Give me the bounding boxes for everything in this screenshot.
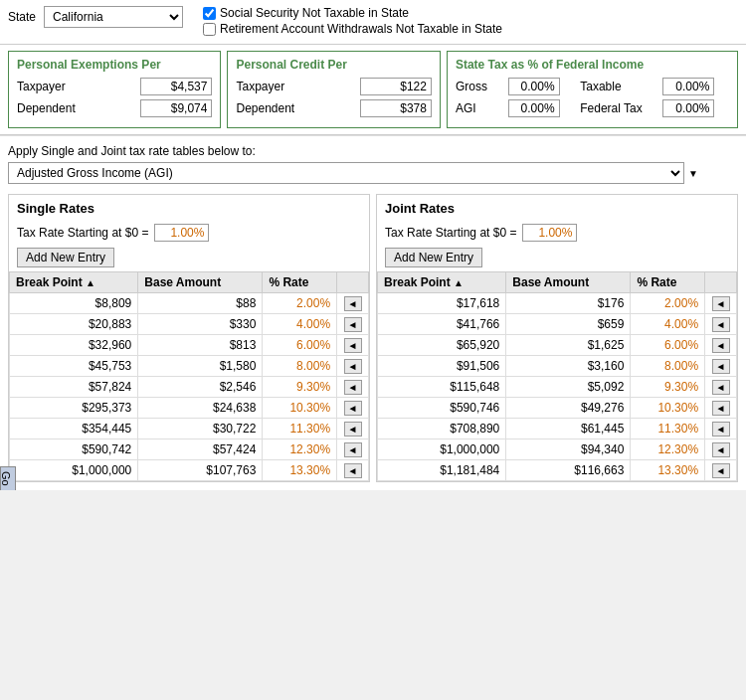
table-row: $708,890 $61,445 11.30% ◄ [378, 419, 737, 439]
single-rate-header: % Rate [263, 272, 337, 293]
single-delete-button[interactable]: ◄ [344, 317, 362, 332]
joint-rates-title: Joint Rates [377, 195, 737, 222]
joint-delete-button[interactable]: ◄ [712, 317, 730, 332]
single-base-cell: $107,763 [138, 460, 263, 481]
single-delete-button[interactable]: ◄ [344, 422, 362, 437]
taxpayer-exemption-value[interactable] [140, 78, 212, 95]
agi-value[interactable] [508, 99, 560, 117]
single-base-cell: $88 [138, 293, 263, 314]
joint-rate-cell: 4.00% [631, 314, 705, 335]
go-button[interactable]: Go [0, 466, 16, 490]
table-row: $115,648 $5,092 9.30% ◄ [378, 377, 737, 398]
single-rate-cell: 6.00% [263, 335, 337, 356]
single-delete-cell[interactable]: ◄ [337, 419, 369, 439]
state-select[interactable]: California [44, 6, 183, 28]
personal-exemptions-card: Personal Exemptions Per Taxpayer Depende… [8, 51, 221, 128]
dependent-exemption-value[interactable] [140, 99, 212, 117]
joint-action-header [705, 272, 737, 293]
single-base-cell: $2,546 [138, 377, 263, 398]
joint-base-cell: $3,160 [506, 356, 631, 377]
single-break-cell: $1,000,000 [10, 460, 138, 481]
joint-delete-cell[interactable]: ◄ [705, 293, 737, 314]
joint-rate-cell: 2.00% [631, 293, 705, 314]
single-delete-button[interactable]: ◄ [344, 401, 362, 416]
table-row: $1,000,000 $94,340 12.30% ◄ [378, 439, 737, 460]
gross-value[interactable] [508, 78, 560, 95]
table-row: $590,746 $49,276 10.30% ◄ [378, 398, 737, 419]
federal-tax-value[interactable] [662, 99, 714, 117]
retirement-checkbox[interactable] [203, 23, 216, 36]
single-delete-cell[interactable]: ◄ [337, 335, 369, 356]
single-delete-cell[interactable]: ◄ [337, 356, 369, 377]
joint-delete-button[interactable]: ◄ [712, 296, 730, 311]
break-sort-icon: ▲ [86, 277, 95, 288]
single-delete-button[interactable]: ◄ [344, 359, 362, 374]
retirement-label: Retirement Account Withdrawals Not Taxab… [220, 22, 502, 36]
joint-base-cell: $5,092 [506, 377, 631, 398]
joint-delete-cell[interactable]: ◄ [705, 460, 737, 481]
single-rate-cell: 9.30% [263, 377, 337, 398]
single-rate-cell: 2.00% [263, 293, 337, 314]
taxable-value[interactable] [662, 78, 714, 95]
joint-rates-container: Joint Rates Tax Rate Starting at $0 = Ad… [376, 194, 738, 482]
table-row: $45,753 $1,580 8.00% ◄ [10, 356, 369, 377]
joint-rate-cell: 13.30% [631, 460, 705, 481]
single-rate-cell: 13.30% [263, 460, 337, 481]
single-delete-button[interactable]: ◄ [344, 463, 362, 478]
joint-delete-button[interactable]: ◄ [712, 401, 730, 416]
joint-delete-button[interactable]: ◄ [712, 338, 730, 353]
single-delete-cell[interactable]: ◄ [337, 293, 369, 314]
joint-delete-cell[interactable]: ◄ [705, 419, 737, 439]
joint-delete-cell[interactable]: ◄ [705, 314, 737, 335]
single-delete-cell[interactable]: ◄ [337, 439, 369, 460]
joint-starting-label: Tax Rate Starting at $0 = [385, 226, 516, 240]
joint-delete-cell[interactable]: ◄ [705, 439, 737, 460]
joint-delete-cell[interactable]: ◄ [705, 356, 737, 377]
joint-delete-button[interactable]: ◄ [712, 463, 730, 478]
apply-select[interactable]: Adjusted Gross Income (AGI) [8, 162, 684, 184]
joint-starting-value[interactable] [522, 224, 577, 242]
single-break-cell: $354,445 [10, 419, 138, 439]
joint-rate-cell: 10.30% [631, 398, 705, 419]
dependent-credit-label: Dependent [236, 101, 294, 115]
dependent-exemption-label: Dependent [17, 101, 76, 115]
single-delete-cell[interactable]: ◄ [337, 460, 369, 481]
single-delete-button[interactable]: ◄ [344, 380, 362, 395]
joint-delete-cell[interactable]: ◄ [705, 377, 737, 398]
taxpayer-credit-label: Taxpayer [236, 80, 284, 93]
joint-break-cell: $708,890 [378, 419, 506, 439]
single-delete-cell[interactable]: ◄ [337, 314, 369, 335]
joint-break-cell: $17,618 [378, 293, 506, 314]
single-delete-cell[interactable]: ◄ [337, 377, 369, 398]
joint-rates-table: Break Point ▲ Base Amount % Rate $17,618… [377, 271, 737, 481]
single-add-button[interactable]: Add New Entry [17, 248, 114, 267]
joint-add-button[interactable]: Add New Entry [385, 248, 482, 267]
single-delete-cell[interactable]: ◄ [337, 398, 369, 419]
single-delete-button[interactable]: ◄ [344, 338, 362, 353]
joint-rate-header: % Rate [631, 272, 705, 293]
table-row: $1,000,000 $107,763 13.30% ◄ [10, 460, 369, 481]
joint-delete-button[interactable]: ◄ [712, 442, 730, 457]
single-rate-cell: 8.00% [263, 356, 337, 377]
single-rates-container: Single Rates Tax Rate Starting at $0 = A… [8, 194, 370, 482]
joint-delete-button[interactable]: ◄ [712, 380, 730, 395]
taxpayer-exemption-label: Taxpayer [17, 80, 66, 93]
single-break-cell: $57,824 [10, 377, 138, 398]
single-starting-label: Tax Rate Starting at $0 = [17, 226, 148, 240]
single-rate-cell: 12.30% [263, 439, 337, 460]
joint-delete-button[interactable]: ◄ [712, 359, 730, 374]
single-delete-button[interactable]: ◄ [344, 296, 362, 311]
single-rate-cell: 4.00% [263, 314, 337, 335]
joint-base-cell: $94,340 [506, 439, 631, 460]
social-security-checkbox[interactable] [203, 7, 216, 20]
taxpayer-credit-value[interactable] [360, 78, 432, 95]
single-break-cell: $295,373 [10, 398, 138, 419]
dependent-credit-value[interactable] [360, 99, 432, 117]
joint-delete-cell[interactable]: ◄ [705, 398, 737, 419]
joint-delete-cell[interactable]: ◄ [705, 335, 737, 356]
single-action-header [337, 272, 369, 293]
joint-delete-button[interactable]: ◄ [712, 422, 730, 437]
single-delete-button[interactable]: ◄ [344, 442, 362, 457]
joint-break-sort-icon: ▲ [454, 277, 464, 288]
single-starting-value[interactable] [154, 224, 209, 242]
